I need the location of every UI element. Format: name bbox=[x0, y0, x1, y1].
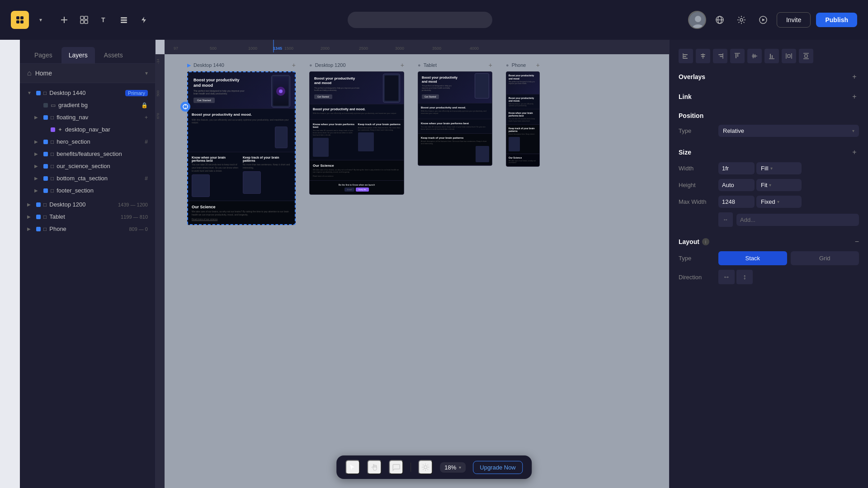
distribute-v-btn[interactable] bbox=[799, 49, 813, 63]
frame-icon: □ bbox=[51, 188, 54, 194]
upgrade-now-button[interactable]: Upgrade Now bbox=[473, 461, 523, 474]
layout-grid-btn[interactable]: Grid bbox=[791, 251, 859, 265]
sidebar-tabs: Pages Layers Assets bbox=[20, 40, 155, 64]
align-middle-v-btn[interactable] bbox=[747, 49, 762, 63]
min-width-input[interactable] bbox=[736, 214, 859, 226]
layer-science-section[interactable]: ▶ □ our_science_section bbox=[20, 160, 155, 172]
zoom-control[interactable]: 18% ▾ bbox=[440, 462, 466, 473]
svg-rect-3 bbox=[20, 20, 24, 23]
layer-desktop-nav-bar[interactable]: ✦ desktop_nav_bar bbox=[20, 123, 155, 136]
distribute-h-btn[interactable] bbox=[782, 49, 796, 63]
hand-tool[interactable] bbox=[367, 460, 382, 474]
lightning-tool-btn[interactable] bbox=[136, 12, 152, 28]
layer-color-dot bbox=[36, 91, 41, 95]
design-frame-phone[interactable]: Boost your productivity and mood The per… bbox=[506, 71, 540, 167]
add-child-icon[interactable]: + bbox=[145, 114, 148, 121]
size-add-icon[interactable]: + bbox=[850, 148, 859, 157]
text-tool-btn[interactable]: T bbox=[96, 12, 112, 28]
max-width-fixed-dropdown[interactable]: Fixed ▾ bbox=[756, 196, 802, 208]
bottom-toolbar: 18% ▾ Upgrade Now bbox=[336, 455, 532, 479]
height-input[interactable] bbox=[718, 179, 755, 191]
layout-stack-btn[interactable]: Stack bbox=[718, 251, 787, 265]
design-frame-tablet[interactable]: Boost your productivity and mood The per… bbox=[418, 71, 492, 166]
url-bar[interactable] bbox=[348, 12, 492, 28]
science-desc: We take care of our brains, so why not o… bbox=[192, 210, 291, 216]
align-bottom-btn[interactable] bbox=[764, 49, 779, 63]
link-header: Link + bbox=[679, 92, 859, 101]
card-title: Keep track of your brain patterns bbox=[243, 156, 291, 162]
card-phone-mockup2 bbox=[243, 171, 261, 194]
layout-collapse-icon[interactable]: − bbox=[855, 238, 859, 246]
frame-icon: □ bbox=[51, 151, 54, 157]
svg-rect-11 bbox=[121, 17, 127, 19]
design-frame-1440[interactable]: Boost your productivity and mood The per… bbox=[187, 71, 296, 225]
layer-color-dot bbox=[51, 127, 55, 132]
layer-phone[interactable]: ▶ □ Phone 809 — 0 bbox=[20, 223, 155, 235]
align-left-btn[interactable] bbox=[679, 49, 693, 63]
globe-icon-btn[interactable] bbox=[712, 12, 728, 28]
layer-hero-section[interactable]: ▶ □ hero_section # bbox=[20, 136, 155, 148]
add-tool-btn[interactable] bbox=[56, 12, 72, 28]
phone-mockup-hero bbox=[271, 75, 290, 108]
height-fit-dropdown[interactable]: Fit ▾ bbox=[756, 179, 802, 191]
grid-tool-btn[interactable] bbox=[76, 12, 92, 28]
fixed-chevron-icon: ▾ bbox=[777, 199, 779, 204]
frame-add-icon4[interactable]: + bbox=[536, 61, 540, 69]
cursor-tool[interactable] bbox=[345, 460, 360, 474]
read-more-link[interactable]: Read more of our science bbox=[192, 218, 291, 221]
min-width-icon-btn[interactable]: ↔ bbox=[718, 212, 733, 227]
brightness-tool[interactable] bbox=[418, 460, 433, 474]
layer-name: Desktop 1440 bbox=[49, 89, 123, 96]
svg-rect-6 bbox=[80, 16, 84, 19]
width-fill-dropdown[interactable]: Fill ▾ bbox=[756, 162, 802, 174]
layer-footer-section[interactable]: ▶ □ footer_section bbox=[20, 184, 155, 197]
layer-floating-nav[interactable]: ▶ □ floating_nav + bbox=[20, 111, 155, 123]
layer-gradient-bg[interactable]: ▭ gradient bg 🔒 bbox=[20, 99, 155, 111]
invite-button[interactable]: Invite bbox=[777, 12, 811, 28]
frame-icon: □ bbox=[43, 90, 47, 96]
max-width-input[interactable] bbox=[718, 196, 755, 208]
avatar[interactable] bbox=[688, 11, 706, 29]
design-frame-1200[interactable]: Boost your productivity and mood The per… bbox=[309, 71, 404, 195]
settings-icon-btn[interactable] bbox=[733, 12, 750, 28]
align-top-btn[interactable] bbox=[730, 49, 745, 63]
tab-pages[interactable]: Pages bbox=[27, 47, 60, 63]
data-tool-btn[interactable] bbox=[116, 12, 132, 28]
layer-desktop1440[interactable]: ▼ □ Desktop 1440 Primary bbox=[20, 87, 155, 99]
layer-range-badge: 809 — 0 bbox=[129, 226, 148, 232]
frame-add-icon2[interactable]: + bbox=[401, 61, 404, 69]
publish-button[interactable]: Publish bbox=[816, 13, 857, 27]
align-right-btn[interactable] bbox=[713, 49, 727, 63]
frame-add-icon3[interactable]: + bbox=[489, 61, 492, 69]
layer-color-dot bbox=[36, 202, 41, 207]
direction-vertical-btn[interactable]: ↕ bbox=[736, 270, 753, 284]
comment-tool[interactable] bbox=[389, 460, 403, 474]
link-add-icon[interactable]: + bbox=[850, 92, 859, 101]
layer-cta-section[interactable]: ▶ □ bottom_cta_section # bbox=[20, 172, 155, 184]
boost-desc: With this feature, you can efficiently a… bbox=[192, 118, 291, 124]
layout-info-icon[interactable]: i bbox=[702, 238, 709, 245]
tab-assets[interactable]: Assets bbox=[97, 47, 130, 63]
overlays-add-icon[interactable]: + bbox=[850, 72, 859, 81]
width-input[interactable] bbox=[718, 162, 755, 174]
play-icon-btn[interactable] bbox=[755, 12, 771, 28]
canvas-content[interactable]: ▶ Desktop 1440 + Boost your productivity… bbox=[165, 54, 669, 488]
logo-dropdown[interactable]: ▾ bbox=[34, 14, 47, 26]
svg-rect-7 bbox=[85, 16, 88, 19]
align-center-h-btn[interactable] bbox=[696, 49, 710, 63]
app-logo[interactable] bbox=[11, 11, 29, 29]
layer-tablet[interactable]: ▶ □ Tablet 1199 — 810 bbox=[20, 211, 155, 223]
home-page-selector[interactable]: ⌂ Home ▾ bbox=[20, 64, 155, 83]
tab-layers[interactable]: Layers bbox=[61, 47, 95, 63]
position-type-dropdown[interactable]: Relative ▾ bbox=[718, 125, 859, 137]
svg-rect-48 bbox=[772, 55, 773, 58]
svg-marker-23 bbox=[762, 19, 765, 21]
layer-desktop1200[interactable]: ▶ □ Desktop 1200 1439 — 1200 bbox=[20, 198, 155, 211]
direction-horizontal-btn[interactable]: ↔ bbox=[718, 270, 735, 284]
layer-color-dot bbox=[36, 215, 41, 219]
left-sidebar: Pages Layers Assets ⌂ Home ▾ ▼ □ Desktop… bbox=[20, 40, 156, 488]
layer-benefits-section[interactable]: ▶ □ benefits/features_section bbox=[20, 148, 155, 160]
card-desc: You can take 30 seconds test to keep tra… bbox=[192, 163, 240, 173]
hero-cta-btn[interactable]: Get Started bbox=[193, 98, 215, 103]
frame-add-icon[interactable]: + bbox=[292, 61, 296, 69]
